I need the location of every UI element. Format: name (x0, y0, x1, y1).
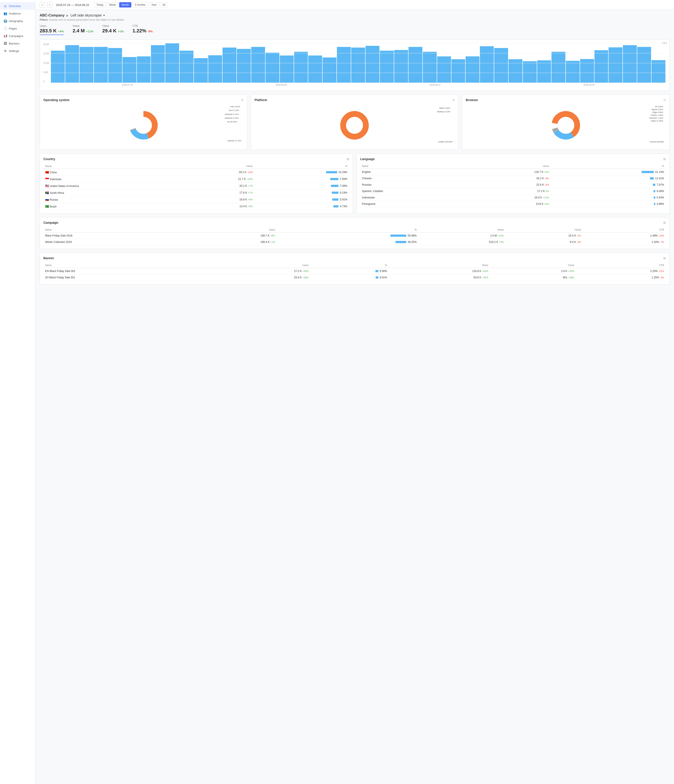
campaign-expand-icon[interactable]: ⊞ (663, 221, 666, 224)
chart-bar-37[interactable] (580, 59, 594, 82)
chart-bar-10[interactable] (194, 58, 208, 82)
chart-bar-33[interactable] (523, 61, 537, 82)
chart-bar-1[interactable] (65, 45, 79, 82)
stat-views-label: Views (72, 25, 94, 28)
chart-bar-3[interactable] (94, 47, 108, 82)
camp-clicks-0: 15.0 K -1% (506, 233, 583, 239)
time-btn-week[interactable]: Week (107, 2, 118, 8)
chart-bar-11[interactable] (208, 55, 222, 82)
lang-pct-1: 12.41% (551, 175, 666, 182)
time-btn-year[interactable]: Year (149, 2, 159, 8)
country-col-name: Name (44, 163, 185, 169)
ban-name-0: EN Black Friday Sale 001 (44, 268, 217, 274)
time-btn-3months[interactable]: 3 months (132, 2, 148, 8)
sidebar-item-audience[interactable]: 👥 Audience (0, 10, 35, 17)
chart-bar-26[interactable] (423, 52, 437, 82)
lang-pct-2: 7.97% (551, 182, 666, 188)
chart-bar-29[interactable] (466, 56, 479, 82)
language-table-body: English 116.7 K +3% 41.14% Chinese 35.2 … (360, 169, 666, 207)
chart-bar-14[interactable] (251, 47, 265, 82)
chart-bar-19[interactable] (323, 58, 337, 82)
browser-chart-title: Browser (466, 98, 478, 102)
time-btn-all[interactable]: All (160, 2, 168, 8)
lang-users-3: 17.2 K 0% (470, 188, 551, 194)
chart-bar-5[interactable] (123, 57, 136, 82)
ban-col-pct: % (310, 263, 389, 268)
chart-bar-22[interactable] (365, 46, 379, 82)
language-expand-icon[interactable]: ⊞ (663, 157, 666, 161)
lang-row-3: Spanish, Castilian 17.2 K 0% 6.08% (360, 188, 666, 194)
chart-bar-6[interactable] (137, 56, 151, 82)
sidebar-item-overview[interactable]: ◎ Overview (0, 2, 35, 10)
chart-bar-20[interactable] (337, 47, 351, 82)
sidebar-item-pages[interactable]: 📄 Pages (0, 25, 35, 32)
overview-icon: ◎ (3, 4, 7, 8)
chart-bar-40[interactable] (623, 45, 637, 82)
sidebar-item-settings[interactable]: ⚙ Settings (0, 47, 35, 54)
camp-col-clicks: Clicks (506, 227, 583, 233)
stat-users-value: 283.5 K (40, 28, 57, 34)
country-expand-icon[interactable]: ⊞ (346, 157, 349, 161)
browser-refresh-icon[interactable]: ↺ (663, 98, 666, 102)
camp-name-0: Black Friday Sale 2018 (44, 233, 190, 239)
chart-bar-30[interactable] (480, 46, 494, 82)
page-dropdown[interactable]: ▼ (103, 14, 105, 17)
os-label-unknown: unknown 0.15% (225, 117, 239, 119)
chart-bar-34[interactable] (537, 60, 551, 82)
chart-bar-24[interactable] (394, 50, 408, 82)
chart-bar-25[interactable] (409, 47, 422, 82)
chart-bar-38[interactable] (594, 50, 608, 82)
ban-col-name: Name (44, 263, 217, 268)
banner-table-title: Banner (44, 256, 54, 260)
banner-row-0: EN Black Friday Sale 001 27.2 K +38% 9.5… (44, 268, 666, 274)
lang-col-pct: % (551, 163, 666, 169)
chart-bar-35[interactable] (551, 52, 565, 82)
sidebar-item-campaigns[interactable]: 📢 Campaigns (0, 32, 35, 40)
chart-bar-7[interactable] (151, 45, 165, 82)
banners-icon: 🖼 (3, 42, 7, 45)
language-table-card: Language ⊞ Name Users % English 116.7 K … (356, 154, 670, 214)
bar-chart-card: CSV 20.0K 15.0K 10.0K 5.0K 0 (40, 39, 669, 91)
chart-bar-15[interactable] (265, 53, 279, 82)
chart-bar-0[interactable] (51, 51, 65, 82)
time-btn-today[interactable]: Today (94, 2, 106, 8)
chart-bar-16[interactable] (280, 56, 294, 82)
language-table: Name Users % English 116.7 K +3% 41.14% … (360, 163, 666, 207)
stat-ctr-change: -9% (148, 30, 153, 33)
chart-bar-27[interactable] (437, 56, 451, 82)
svg-point-5 (346, 117, 363, 134)
next-button[interactable]: › (47, 2, 52, 8)
chart-bar-41[interactable] (637, 47, 651, 82)
chart-bar-13[interactable] (237, 49, 251, 82)
chart-bar-23[interactable] (380, 51, 394, 82)
platform-donut-svg (338, 109, 371, 142)
header-bar: ‹ › 2018.07.24 — 2018.08.22 Today Week M… (35, 0, 674, 10)
time-btn-month[interactable]: Month (119, 2, 131, 8)
sidebar-item-geography[interactable]: 🌍 Geography (0, 17, 35, 25)
camp-name-1: Winter Collection 2019 (44, 239, 190, 245)
chart-bar-2[interactable] (80, 47, 94, 82)
ban-pct-0: 9.58% (310, 268, 389, 274)
platform-refresh-icon[interactable]: ↺ (452, 98, 455, 102)
banner-expand-icon[interactable]: ⊞ (663, 256, 666, 260)
sidebar-label-audience: Audience (9, 12, 21, 15)
platform-chart-title: Platform (254, 98, 267, 102)
country-users-5: 13.4 K +6% (185, 203, 254, 210)
prev-button[interactable]: ‹ (40, 2, 45, 8)
chart-bar-17[interactable] (294, 52, 308, 82)
platform-label-tablet: tablet 0.00% (439, 107, 450, 109)
sidebar-item-banners[interactable]: 🖼 Banners (0, 40, 35, 47)
chart-bar-18[interactable] (308, 56, 322, 82)
x-label-2: 2018.08.12 (430, 84, 441, 86)
browser-label-edge: Edge 0.09% (652, 111, 663, 114)
chart-bar-36[interactable] (566, 61, 580, 82)
lang-row-2: Russian 22.6 K -5% 7.97% (360, 182, 666, 188)
date-range: 2018.07.24 — 2018.08.22 (56, 3, 89, 6)
chart-bar-42[interactable] (652, 60, 665, 82)
os-refresh-icon[interactable]: ↺ (241, 98, 243, 102)
chart-bar-39[interactable] (608, 47, 623, 82)
camp-ctr-0: 1.49% -14% (583, 233, 666, 239)
ban-col-views: Views (389, 263, 490, 268)
breadcrumb-arrow-icon: ▶ (66, 14, 69, 17)
chart-bar-9[interactable] (179, 51, 193, 82)
